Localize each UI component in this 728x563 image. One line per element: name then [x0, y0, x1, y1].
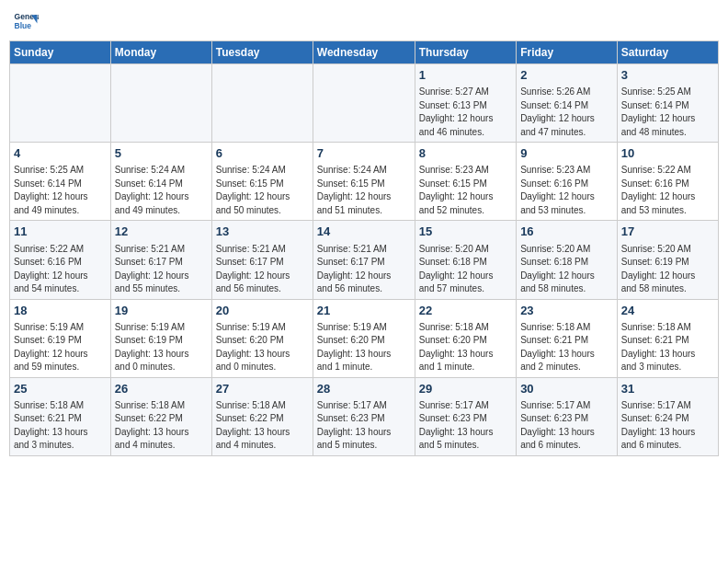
day-info: Sunrise: 5:19 AM Sunset: 6:19 PM Dayligh…: [115, 321, 208, 374]
day-info: Sunrise: 5:18 AM Sunset: 6:21 PM Dayligh…: [14, 399, 107, 453]
calendar-cell: [313, 64, 415, 143]
header: General Blue: [9, 9, 719, 35]
calendar-cell: 3Sunrise: 5:25 AM Sunset: 6:14 PM Daylig…: [617, 64, 718, 143]
calendar-week-4: 18Sunrise: 5:19 AM Sunset: 6:19 PM Dayli…: [10, 299, 719, 377]
day-info: Sunrise: 5:25 AM Sunset: 6:14 PM Dayligh…: [14, 164, 107, 217]
calendar-cell: 30Sunrise: 5:17 AM Sunset: 6:23 PM Dayli…: [517, 377, 618, 455]
day-info: Sunrise: 5:17 AM Sunset: 6:23 PM Dayligh…: [520, 399, 613, 453]
header-tuesday: Tuesday: [211, 41, 313, 64]
day-number: 22: [419, 303, 512, 319]
day-number: 18: [14, 303, 107, 319]
day-info: Sunrise: 5:20 AM Sunset: 6:18 PM Dayligh…: [520, 243, 613, 296]
day-number: 16: [520, 224, 613, 240]
calendar-cell: 25Sunrise: 5:18 AM Sunset: 6:21 PM Dayli…: [10, 377, 111, 455]
day-info: Sunrise: 5:21 AM Sunset: 6:17 PM Dayligh…: [216, 243, 309, 296]
day-info: Sunrise: 5:20 AM Sunset: 6:19 PM Dayligh…: [621, 243, 714, 296]
day-info: Sunrise: 5:21 AM Sunset: 6:17 PM Dayligh…: [115, 243, 208, 296]
day-number: 15: [419, 224, 512, 240]
calendar-cell: 18Sunrise: 5:19 AM Sunset: 6:19 PM Dayli…: [10, 299, 111, 377]
day-info: Sunrise: 5:22 AM Sunset: 6:16 PM Dayligh…: [621, 164, 714, 217]
day-info: Sunrise: 5:17 AM Sunset: 6:23 PM Dayligh…: [317, 399, 411, 453]
svg-text:Blue: Blue: [15, 21, 32, 30]
header-sunday: Sunday: [10, 41, 111, 64]
day-number: 1: [419, 67, 512, 84]
day-number: 26: [115, 381, 208, 397]
day-number: 23: [520, 303, 613, 319]
calendar-cell: 24Sunrise: 5:18 AM Sunset: 6:21 PM Dayli…: [617, 299, 718, 377]
day-number: 10: [621, 145, 714, 162]
calendar-cell: 5Sunrise: 5:24 AM Sunset: 6:14 PM Daylig…: [110, 143, 211, 221]
day-info: Sunrise: 5:19 AM Sunset: 6:20 PM Dayligh…: [216, 321, 309, 374]
day-info: Sunrise: 5:20 AM Sunset: 6:18 PM Dayligh…: [419, 243, 512, 296]
day-info: Sunrise: 5:24 AM Sunset: 6:15 PM Dayligh…: [216, 164, 309, 217]
day-info: Sunrise: 5:18 AM Sunset: 6:21 PM Dayligh…: [520, 321, 613, 374]
day-number: 28: [317, 381, 411, 397]
logo-icon: General Blue: [13, 9, 39, 35]
day-number: 3: [621, 67, 714, 84]
calendar-cell: 11Sunrise: 5:22 AM Sunset: 6:16 PM Dayli…: [10, 221, 111, 299]
day-info: Sunrise: 5:25 AM Sunset: 6:14 PM Dayligh…: [621, 86, 714, 139]
day-number: 25: [14, 381, 107, 397]
calendar-cell: 1Sunrise: 5:27 AM Sunset: 6:13 PM Daylig…: [415, 64, 516, 143]
day-info: Sunrise: 5:18 AM Sunset: 6:21 PM Dayligh…: [621, 321, 714, 374]
calendar-cell: 22Sunrise: 5:18 AM Sunset: 6:20 PM Dayli…: [415, 299, 516, 377]
day-info: Sunrise: 5:22 AM Sunset: 6:16 PM Dayligh…: [14, 243, 107, 296]
calendar-cell: 23Sunrise: 5:18 AM Sunset: 6:21 PM Dayli…: [517, 299, 618, 377]
calendar-cell: 7Sunrise: 5:24 AM Sunset: 6:15 PM Daylig…: [313, 143, 415, 221]
day-number: 6: [216, 145, 309, 162]
day-info: Sunrise: 5:19 AM Sunset: 6:20 PM Dayligh…: [317, 321, 411, 374]
day-number: 17: [621, 224, 714, 240]
day-info: Sunrise: 5:17 AM Sunset: 6:24 PM Dayligh…: [621, 399, 714, 453]
day-number: 24: [621, 303, 714, 319]
day-info: Sunrise: 5:23 AM Sunset: 6:15 PM Dayligh…: [419, 164, 512, 217]
day-number: 7: [317, 145, 411, 162]
calendar-header-row: SundayMondayTuesdayWednesdayThursdayFrid…: [10, 41, 719, 64]
calendar-cell: 14Sunrise: 5:21 AM Sunset: 6:17 PM Dayli…: [313, 221, 415, 299]
day-number: 4: [14, 145, 107, 162]
day-number: 30: [520, 381, 613, 397]
day-info: Sunrise: 5:17 AM Sunset: 6:23 PM Dayligh…: [419, 399, 512, 453]
calendar-cell: 19Sunrise: 5:19 AM Sunset: 6:19 PM Dayli…: [110, 299, 211, 377]
calendar-table: SundayMondayTuesdayWednesdayThursdayFrid…: [9, 40, 719, 456]
calendar-week-2: 4Sunrise: 5:25 AM Sunset: 6:14 PM Daylig…: [10, 143, 719, 221]
calendar-cell: 10Sunrise: 5:22 AM Sunset: 6:16 PM Dayli…: [617, 143, 718, 221]
calendar-cell: 9Sunrise: 5:23 AM Sunset: 6:16 PM Daylig…: [517, 143, 618, 221]
day-number: 21: [317, 303, 411, 319]
calendar-cell: 31Sunrise: 5:17 AM Sunset: 6:24 PM Dayli…: [617, 377, 718, 455]
day-info: Sunrise: 5:18 AM Sunset: 6:22 PM Dayligh…: [115, 399, 208, 453]
day-number: 19: [115, 303, 208, 319]
day-number: 13: [216, 224, 309, 240]
day-number: 31: [621, 381, 714, 397]
calendar-cell: 20Sunrise: 5:19 AM Sunset: 6:20 PM Dayli…: [211, 299, 313, 377]
calendar-cell: 26Sunrise: 5:18 AM Sunset: 6:22 PM Dayli…: [110, 377, 211, 455]
calendar-cell: 29Sunrise: 5:17 AM Sunset: 6:23 PM Dayli…: [415, 377, 516, 455]
day-number: 12: [115, 224, 208, 240]
calendar-cell: [10, 64, 111, 143]
day-info: Sunrise: 5:18 AM Sunset: 6:20 PM Dayligh…: [419, 321, 512, 374]
calendar-cell: 27Sunrise: 5:18 AM Sunset: 6:22 PM Dayli…: [211, 377, 313, 455]
day-info: Sunrise: 5:24 AM Sunset: 6:14 PM Dayligh…: [115, 164, 208, 217]
day-number: 5: [115, 145, 208, 162]
calendar-cell: 17Sunrise: 5:20 AM Sunset: 6:19 PM Dayli…: [617, 221, 718, 299]
header-wednesday: Wednesday: [313, 41, 415, 64]
calendar-cell: [110, 64, 211, 143]
logo: General Blue: [13, 9, 39, 35]
calendar-cell: 8Sunrise: 5:23 AM Sunset: 6:15 PM Daylig…: [415, 143, 516, 221]
day-info: Sunrise: 5:23 AM Sunset: 6:16 PM Dayligh…: [520, 164, 613, 217]
day-number: 2: [520, 67, 613, 84]
calendar-week-1: 1Sunrise: 5:27 AM Sunset: 6:13 PM Daylig…: [10, 64, 719, 143]
day-number: 27: [216, 381, 309, 397]
day-number: 29: [419, 381, 512, 397]
day-info: Sunrise: 5:24 AM Sunset: 6:15 PM Dayligh…: [317, 164, 411, 217]
header-monday: Monday: [110, 41, 211, 64]
calendar-cell: 2Sunrise: 5:26 AM Sunset: 6:14 PM Daylig…: [517, 64, 618, 143]
day-info: Sunrise: 5:19 AM Sunset: 6:19 PM Dayligh…: [14, 321, 107, 374]
header-friday: Friday: [517, 41, 618, 64]
day-info: Sunrise: 5:27 AM Sunset: 6:13 PM Dayligh…: [419, 86, 512, 139]
day-number: 11: [14, 224, 107, 240]
calendar-cell: 16Sunrise: 5:20 AM Sunset: 6:18 PM Dayli…: [517, 221, 618, 299]
calendar-week-5: 25Sunrise: 5:18 AM Sunset: 6:21 PM Dayli…: [10, 377, 719, 455]
calendar-cell: 12Sunrise: 5:21 AM Sunset: 6:17 PM Dayli…: [110, 221, 211, 299]
day-info: Sunrise: 5:18 AM Sunset: 6:22 PM Dayligh…: [216, 399, 309, 453]
calendar-cell: 4Sunrise: 5:25 AM Sunset: 6:14 PM Daylig…: [10, 143, 111, 221]
